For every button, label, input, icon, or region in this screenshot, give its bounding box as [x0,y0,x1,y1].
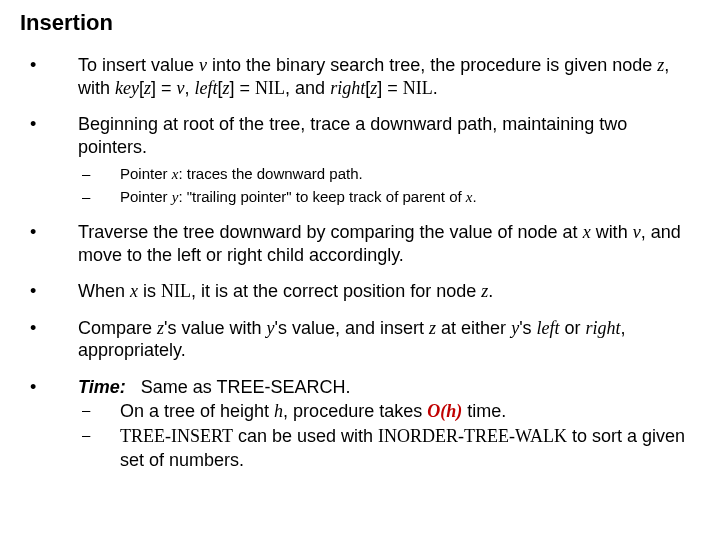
text: ] = [230,78,256,98]
bullet-marker: • [20,113,78,158]
text: . [473,188,477,205]
var-x: x [583,222,591,242]
text: at either [436,318,511,338]
var-x: x [466,189,473,205]
big-o: O(h) [427,401,462,421]
bullet-text: To insert value v into the binary search… [78,54,700,99]
text: can be used with [233,426,378,446]
bullet-marker: • [20,376,78,399]
dash-marker: – [78,425,120,472]
text: ] = [151,78,177,98]
text: 's [519,318,536,338]
bullet-when-nil: • When x is NIL, it is at the correct po… [20,280,700,303]
bullet-text: Traverse the tree downward by comparing … [78,221,700,266]
bullet-text: When x is NIL, it is at the correct posi… [78,280,700,303]
text: When [78,281,130,301]
var-y: y [267,318,275,338]
inorder-walk: INORDER-TREE-WALK [378,426,567,446]
text: : traces the downward path. [178,165,362,182]
slide-title: Insertion [20,10,700,36]
text: ] = [377,78,403,98]
text: into the binary search tree, the procedu… [207,55,657,75]
text: or [560,318,586,338]
text: , it is at the correct position for node [191,281,481,301]
right: right [586,318,621,338]
bullet-insert-value: • To insert value v into the binary sear… [20,54,700,99]
var-z: z [157,318,164,338]
text: : "trailing pointer" to keep track of pa… [178,188,465,205]
left: left [195,78,218,98]
right: right [330,78,365,98]
sub-text: On a tree of height h, procedure takes O… [120,400,700,423]
text: To insert value [78,55,199,75]
text: Same as TREE-SEARCH. [126,377,351,397]
var-z: z [223,78,230,98]
bullet-time: • Time: Same as TREE-SEARCH. [20,376,700,399]
bullet-traverse: • Traverse the tree downward by comparin… [20,221,700,266]
var-z: z [144,78,151,98]
sub-pointer-y: – Pointer y: "trailing pointer" to keep … [78,187,700,208]
var-y: y [511,318,519,338]
bullet-text: Beginning at root of the tree, trace a d… [78,113,700,158]
sub-pointers: – Pointer x: traces the downward path. –… [78,164,700,207]
text: . [433,78,438,98]
var-v: v [177,78,185,98]
var-v: v [633,222,641,242]
nil: NIL [403,78,433,98]
text: On a tree of height [120,401,274,421]
key: key [115,78,139,98]
var-x: x [130,281,138,301]
sub-text: Pointer y: "trailing pointer" to keep tr… [120,187,700,208]
nil: NIL [161,281,191,301]
text: Traverse the tree downward by comparing … [78,222,583,242]
tree-insert: TREE-INSERT [120,426,233,446]
text: is [138,281,161,301]
text: 's value with [164,318,266,338]
slide: Insertion • To insert value v into the b… [0,0,720,496]
sub-text: TREE-INSERT can be used with INORDER-TRE… [120,425,700,472]
sub-time: – On a tree of height h, procedure takes… [78,400,700,472]
bullet-text: Time: Same as TREE-SEARCH. [78,376,700,399]
dash-marker: – [78,187,120,208]
bullet-marker: • [20,317,78,362]
bullet-marker: • [20,280,78,303]
text: , [185,78,195,98]
text: with [591,222,633,242]
text: Compare [78,318,157,338]
sub-time-height: – On a tree of height h, procedure takes… [78,400,700,423]
bullet-text: Compare z's value with y's value, and in… [78,317,700,362]
sub-time-inorder: – TREE-INSERT can be used with INORDER-T… [78,425,700,472]
dash-marker: – [78,400,120,423]
text: Pointer [120,165,172,182]
var-h: h [274,401,283,421]
time-label: Time: [78,377,126,397]
bullet-begin-root: • Beginning at root of the tree, trace a… [20,113,700,158]
text: Pointer [120,188,172,205]
text: time. [462,401,506,421]
nil: NIL [255,78,285,98]
var-v: v [199,55,207,75]
text: , procedure takes [283,401,427,421]
sub-pointer-x: – Pointer x: traces the downward path. [78,164,700,185]
dash-marker: – [78,164,120,185]
text: 's value, and insert [275,318,430,338]
bullet-compare: • Compare z's value with y's value, and … [20,317,700,362]
bullet-marker: • [20,221,78,266]
text: , and [285,78,330,98]
bullet-marker: • [20,54,78,99]
left: left [537,318,560,338]
sub-text: Pointer x: traces the downward path. [120,164,700,185]
text: . [488,281,493,301]
